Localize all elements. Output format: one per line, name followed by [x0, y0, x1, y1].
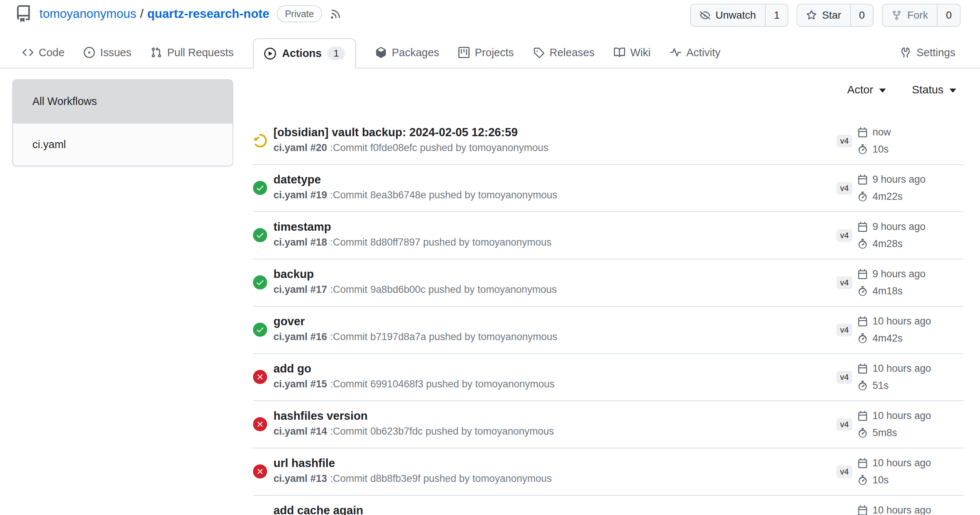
stopwatch-icon [858, 334, 868, 343]
star-button-group: Star 0 [797, 4, 873, 27]
visibility-badge: Private [277, 5, 322, 22]
stopwatch-icon [858, 381, 868, 391]
run-workflow-link[interactable]: ci.yaml #19 [274, 189, 327, 200]
run-workflow-link[interactable]: ci.yaml #18 [274, 237, 327, 248]
calendar-icon [858, 505, 868, 515]
tab-issues[interactable]: Issues [84, 46, 131, 59]
status-failure-icon [253, 370, 267, 384]
status-failure-icon [256, 420, 264, 429]
stopwatch-icon [858, 475, 868, 485]
run-commit-text: :Commit 8ea3b6748e pushed by tomoyanonym… [330, 189, 557, 200]
tab-settings[interactable]: Settings [900, 46, 955, 59]
repo-name-link[interactable]: quartz-research-note [147, 7, 269, 21]
run-workflow-link[interactable]: ci.yaml #14 [274, 426, 327, 437]
run-duration: 10s [858, 472, 889, 488]
run-duration: 4m42s [858, 331, 903, 346]
runner-version-badge: v4 [836, 182, 853, 195]
tab-activity[interactable]: Activity [670, 46, 721, 59]
stopwatch-icon [858, 145, 868, 154]
repo-actions: Unwatch 1 Star 0 Fork 0 [690, 4, 961, 27]
run-title-link[interactable]: url hashfile [274, 456, 335, 471]
tab-actions-active[interactable]: Actions 1 [253, 38, 356, 68]
run-subtitle: ci.yaml #17:Commit 9a8bd6b00c pushed by … [274, 283, 557, 297]
status-failure-icon [256, 372, 264, 381]
pull-request-icon [151, 47, 162, 58]
run-workflow-link[interactable]: ci.yaml #17 [274, 284, 327, 295]
run-title-link[interactable]: gover [274, 314, 305, 329]
status-success-icon [253, 323, 267, 337]
watchers-count[interactable]: 1 [766, 5, 788, 26]
status-success-icon [253, 275, 267, 289]
repo-header: tomoyanonymous / quartz-research-note Pr… [15, 5, 342, 22]
run-subtitle: ci.yaml #16:Commit b7197d8a7a pushed by … [274, 330, 557, 344]
run-workflow-link[interactable]: ci.yaml #15 [274, 378, 327, 389]
unwatch-button[interactable]: Unwatch [691, 5, 766, 26]
workflows-sidebar: All Workflows ci.yaml [12, 79, 233, 166]
run-subtitle: ci.yaml #19:Commit 8ea3b6748e pushed by … [274, 188, 557, 202]
pulse-icon [670, 47, 681, 58]
run-title-link[interactable]: datetype [274, 172, 321, 187]
run-filters: Actor Status [847, 83, 956, 96]
tab-projects[interactable]: Projects [458, 46, 514, 59]
runner-version-badge: v4 [836, 418, 853, 431]
unwatch-label: Unwatch [716, 9, 756, 21]
tab-packages[interactable]: Packages [375, 46, 439, 59]
run-workflow-link[interactable]: ci.yaml #13 [274, 473, 327, 484]
fork-button-group: Fork 0 [882, 4, 961, 27]
run-duration: 4m28s [858, 236, 903, 251]
repo-owner-link[interactable]: tomoyanonymous [40, 7, 136, 21]
star-button[interactable]: Star [797, 5, 851, 26]
run-start-time: 9 hours ago [858, 172, 926, 187]
actor-filter-dropdown[interactable]: Actor [847, 83, 886, 96]
workflow-run-list: [obsidian] vault backup: 2024-02-05 12:2… [253, 118, 964, 515]
calendar-icon [858, 316, 868, 326]
workflow-run-row: add cache again 10 hours ago [253, 496, 964, 515]
workflow-run-row: [obsidian] vault backup: 2024-02-05 12:2… [253, 118, 964, 165]
run-start-time: 10 hours ago [858, 455, 931, 470]
tab-releases[interactable]: Releases [533, 46, 595, 59]
run-title-link[interactable]: add go [274, 361, 312, 376]
sidebar-item-ci-yaml[interactable]: ci.yaml [13, 123, 232, 165]
status-filter-dropdown[interactable]: Status [912, 83, 956, 96]
sidebar-item-all-workflows[interactable]: All Workflows [13, 80, 232, 123]
status-in-progress-icon [253, 134, 267, 148]
tab-code[interactable]: Code [22, 46, 64, 59]
github-actions-page: tomoyanonymous / quartz-research-note Pr… [0, 0, 980, 515]
tab-wiki[interactable]: Wiki [614, 46, 651, 59]
play-circle-icon [264, 48, 276, 60]
run-start-time: 9 hours ago [858, 219, 926, 234]
run-start-time: now [858, 125, 891, 140]
run-title-link[interactable]: hashfiles version [274, 409, 368, 423]
forks-count[interactable]: 0 [938, 5, 960, 26]
workflow-run-row: datetype ci.yaml #19:Commit 8ea3b6748e p… [253, 165, 964, 212]
calendar-icon [858, 127, 868, 137]
run-commit-text: :Commit 8d80ff7897 pushed by tomoyanonym… [330, 237, 551, 248]
calendar-icon [858, 222, 868, 232]
eye-closed-icon [700, 10, 710, 21]
stars-count[interactable]: 0 [851, 5, 873, 26]
run-title-link[interactable]: add cache again [274, 503, 363, 515]
run-title-link[interactable]: [obsidian] vault backup: 2024-02-05 12:2… [274, 125, 517, 140]
stopwatch-icon [858, 192, 868, 202]
run-commit-text: :Commit d8b8fb3e9f pushed by tomoyanonym… [330, 473, 552, 484]
run-title-link[interactable]: backup [274, 267, 314, 282]
status-success-icon [253, 181, 267, 195]
fork-button[interactable]: Fork [883, 5, 938, 26]
run-commit-text: :Commit f0fde08efc pushed by tomoyanonym… [330, 142, 549, 153]
status-failure-icon [256, 467, 264, 476]
run-duration: 51s [858, 378, 889, 393]
package-icon [375, 47, 387, 58]
run-workflow-link[interactable]: ci.yaml #20 [274, 142, 327, 153]
workflow-run-row: hashfiles version ci.yaml #14:Commit 0b6… [253, 401, 964, 448]
status-success-icon [256, 231, 264, 240]
rss-feed-icon[interactable] [329, 8, 342, 20]
run-start-time: 10 hours ago [858, 408, 931, 423]
breadcrumb: tomoyanonymous / quartz-research-note [40, 7, 269, 21]
run-title-link[interactable]: timestamp [274, 219, 331, 234]
tab-pull-requests[interactable]: Pull Requests [151, 46, 234, 59]
stopwatch-icon [858, 286, 868, 296]
run-workflow-link[interactable]: ci.yaml #16 [274, 331, 327, 342]
actions-count-badge: 1 [328, 46, 345, 60]
star-label: Star [822, 9, 841, 21]
workflow-run-row: timestamp ci.yaml #18:Commit 8d80ff7897 … [253, 212, 964, 259]
